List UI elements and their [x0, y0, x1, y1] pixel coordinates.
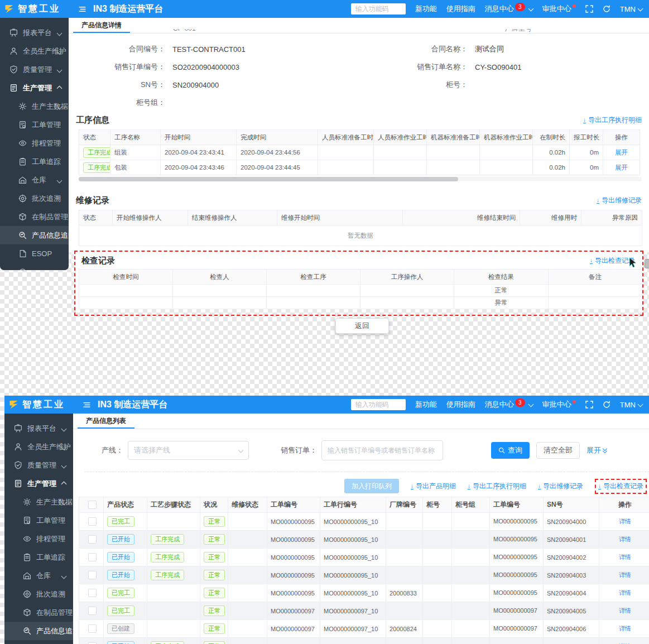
- column-header: [79, 497, 104, 513]
- form-row: 销售订单编号：SO20200904000003销售订单名称：CY-SO09040…: [69, 58, 649, 76]
- function-code-input[interactable]: [351, 3, 406, 15]
- collapse-menu-icon[interactable]: [78, 5, 86, 13]
- sidebar-item-batch[interactable]: 批次追溯: [0, 189, 69, 208]
- cell-cab: [423, 584, 452, 602]
- nav-user-guide[interactable]: 使用指南: [446, 4, 475, 14]
- sidebar-item-wip[interactable]: 在制品管理: [4, 603, 73, 622]
- download-icon: ↓: [597, 198, 599, 204]
- export-repair-link[interactable]: ↓导出维修记录: [597, 196, 642, 205]
- cell-mo: MO0000000095: [267, 513, 320, 531]
- sidebar-item-schedule[interactable]: 排程管理: [4, 530, 73, 548]
- row-checkbox[interactable]: [88, 624, 97, 633]
- sidebar-item-batch[interactable]: 批次追溯: [4, 585, 73, 603]
- nav-new-features[interactable]: 新功能: [415, 4, 437, 14]
- scrollbar-thumb[interactable]: [79, 177, 458, 181]
- table-row: 正常: [79, 285, 642, 297]
- detail-content: 合同编号：TEST-CONTRACT001合同名称：测试合同销售订单编号：SO2…: [69, 33, 649, 252]
- function-code-input[interactable]: [351, 399, 406, 410]
- row-checkbox[interactable]: [88, 607, 97, 615]
- sidebar-item-wip[interactable]: 在制品管理: [0, 208, 69, 226]
- nav-message-center[interactable]: 消息中心3: [485, 400, 533, 410]
- nav-approval-center[interactable]: 审批中心: [542, 4, 576, 14]
- row-checkbox[interactable]: [88, 517, 97, 526]
- fullscreen-icon[interactable]: [585, 401, 593, 408]
- sidebar-item-report[interactable]: 报表平台: [0, 23, 69, 42]
- sidebar-item-esop[interactable]: ESOP: [0, 244, 69, 263]
- export-process-link[interactable]: ↓导出工序执行明细: [583, 116, 642, 125]
- sidebar-item-warehouse[interactable]: 仓库: [4, 566, 73, 585]
- back-button[interactable]: 返回: [335, 318, 389, 334]
- row-checkbox[interactable]: [88, 589, 97, 597]
- export-product-link[interactable]: ↓导出产品明细: [411, 482, 456, 491]
- expand-link[interactable]: 展开: [586, 445, 607, 455]
- collapse-menu-icon[interactable]: [83, 401, 91, 409]
- search-button[interactable]: 查询: [491, 442, 530, 459]
- expand-row-link[interactable]: 展开: [615, 164, 628, 171]
- column-header: 工艺步骤状态: [147, 497, 200, 513]
- detail-link[interactable]: 详情: [619, 571, 631, 578]
- sidebar-item-master-data[interactable]: 生产主数据: [4, 493, 73, 511]
- fullscreen-icon[interactable]: [585, 5, 593, 13]
- cell-operator: [360, 285, 454, 297]
- row-checkbox[interactable]: [88, 571, 97, 579]
- add-print-queue-button[interactable]: 加入打印队列: [344, 479, 399, 493]
- detail-link[interactable]: 详情: [619, 625, 631, 632]
- sidebar-item-product-trace[interactable]: 产品信息追溯: [0, 226, 69, 244]
- sidebar-item-track[interactable]: 工单追踪: [4, 548, 73, 566]
- sidebar-item-production[interactable]: 生产管理: [0, 79, 69, 97]
- column-header: 操作: [599, 497, 649, 513]
- cell-ss: [147, 513, 200, 531]
- export-repair-link[interactable]: ↓导出维修记录: [538, 482, 583, 491]
- process-table: 状态工序名称开始时间完成时间人员标准准备工时人员标准作业工时机器标准准备工时机器…: [69, 129, 649, 175]
- sidebar-item-quality[interactable]: 质量管理: [4, 456, 73, 474]
- detail-link[interactable]: 详情: [619, 536, 631, 542]
- row-checkbox[interactable]: [88, 553, 97, 561]
- user-menu[interactable]: TMN: [620, 401, 642, 409]
- sidebar-item-esop[interactable]: ESOP: [4, 640, 73, 644]
- horizontal-scrollbar[interactable]: [79, 177, 642, 181]
- sidebar-item-report[interactable]: 报表平台: [4, 419, 73, 438]
- detail-link[interactable]: 详情: [619, 554, 631, 560]
- sidebar-item-warehouse[interactable]: 仓库: [0, 171, 69, 189]
- cell-time: [79, 297, 173, 309]
- detail-link[interactable]: 详情: [619, 518, 631, 525]
- detail-link[interactable]: 详情: [619, 589, 631, 596]
- sidebar-item-tpm[interactable]: 全员生产维护: [0, 42, 69, 60]
- refresh-icon[interactable]: [603, 5, 610, 13]
- nav-approval-center[interactable]: 审批中心: [542, 400, 576, 410]
- nav-message-center[interactable]: 消息中心3: [485, 4, 533, 14]
- tab-product-detail[interactable]: 产品信息详情: [73, 18, 130, 33]
- filter-bar: 产线： 请选择产线 销售订单： 查询 清空全部 展开: [73, 429, 649, 460]
- tab-product-list[interactable]: 产品信息列表: [78, 414, 134, 429]
- sidebar-item-product-trace[interactable]: 产品信息追溯: [4, 622, 73, 640]
- clear-all-button[interactable]: 清空全部: [536, 442, 580, 459]
- nav-user-guide[interactable]: 使用指南: [446, 400, 475, 410]
- select-all-checkbox[interactable]: [88, 501, 97, 509]
- page-scrollbar-fragment[interactable]: [645, 259, 649, 268]
- sidebar-item-workorder[interactable]: 工单管理: [0, 116, 69, 134]
- detail-link[interactable]: 详情: [619, 607, 631, 614]
- row-checkbox[interactable]: [88, 535, 97, 544]
- nav-new-features[interactable]: 新功能: [415, 400, 437, 410]
- order-input[interactable]: [321, 440, 443, 460]
- sidebar-item-workorder[interactable]: 工单管理: [4, 511, 73, 530]
- status-badge: 正常: [204, 570, 225, 580]
- form-row: 合同编号：TEST-CONTRACT001合同名称：测试合同: [69, 40, 649, 58]
- refresh-icon[interactable]: [603, 401, 610, 408]
- sidebar-item-tpm[interactable]: 全员生产维护: [4, 438, 73, 456]
- export-inspection-link[interactable]: ↓导出检查记录: [598, 482, 643, 491]
- sidebar-item-master-data[interactable]: 生产主数据: [0, 97, 69, 116]
- sidebar-item-schedule[interactable]: 排程管理: [0, 134, 69, 152]
- user-menu[interactable]: TMN: [620, 5, 642, 13]
- sidebar-item-track[interactable]: 工单追踪: [0, 152, 69, 171]
- expand-row-link[interactable]: 展开: [615, 149, 628, 156]
- cell-ss: [147, 584, 200, 602]
- sidebar-item-production[interactable]: 生产管理: [4, 474, 73, 493]
- sidebar-item-partial[interactable]: [0, 263, 69, 270]
- line-select[interactable]: 请选择产线: [128, 441, 249, 460]
- sidebar-item-quality[interactable]: 质量管理: [0, 60, 69, 79]
- cell-mol: MO0000000095_10: [320, 566, 386, 584]
- column-header: 开始时间: [161, 130, 237, 145]
- export-process-detail-link[interactable]: ↓导出工序执行明细: [468, 482, 526, 491]
- process-status-cell: 工序完成: [79, 160, 110, 175]
